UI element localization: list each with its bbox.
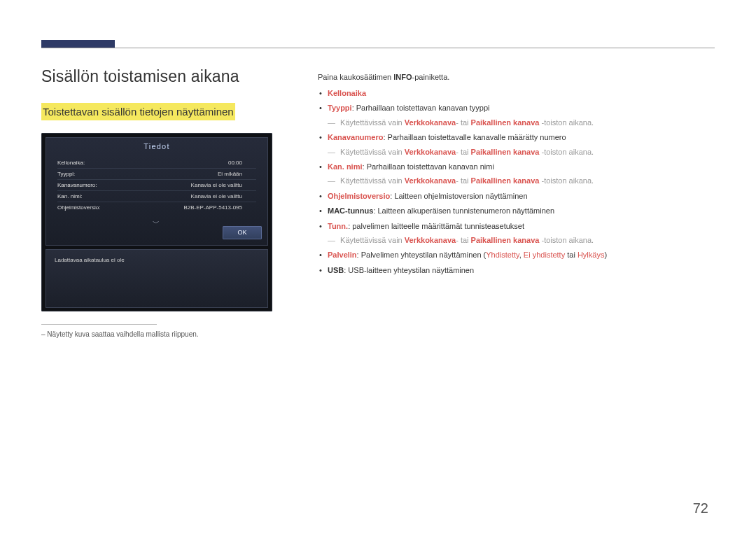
term-mac: MAC-tunnus — [328, 206, 373, 215]
term-ohjelmistoversio: Ohjelmistoversio — [328, 192, 390, 200]
sub-note: Käytettävissä vain Verkkokanava- tai Pai… — [328, 235, 715, 246]
info-value: B2B-EP-APP-5413-095 — [183, 204, 256, 211]
term-kanavanumero: Kanavanumero — [328, 133, 383, 141]
page-content: Sisällön toistamisen aikana Toistettavan… — [41, 67, 715, 338]
info-value: Ei mikään — [218, 171, 256, 177]
info-row: Kellonaika: 00:00 — [57, 157, 256, 169]
bullet-item: MAC-tunnus: Laitteen alkuperäisen tunnis… — [328, 206, 715, 216]
bullet-item: Palvelin: Palvelimen yhteystilan näyttäm… — [328, 250, 715, 260]
bullet-list: Kellonaika Tyyppi: Parhaillaan toistetta… — [318, 88, 715, 276]
info-key: Kan. nimi: — [57, 193, 83, 199]
ok-button[interactable]: OK — [223, 226, 262, 239]
term-kan-nimi: Kan. nimi — [328, 162, 363, 171]
info-value: Kanavia ei ole valittu — [191, 182, 256, 188]
sub-note: Käytettävissä vain Verkkokanava- tai Pai… — [328, 118, 715, 128]
page-title: Sisällön toistamisen aikana — [41, 67, 272, 86]
schedule-empty-text: Ladattavaa aikataulua ei ole — [55, 257, 125, 263]
term-tunn: Tunn. — [328, 222, 348, 230]
intro-text: Paina kaukosäätimen INFO-painiketta. — [318, 73, 715, 81]
info-key-bold: INFO — [393, 73, 412, 81]
info-panel-title: Tiedot — [46, 138, 267, 155]
term-tyyppi: Tyyppi — [328, 104, 352, 112]
info-row: Kan. nimi: Kanavia ei ole valittu — [57, 191, 256, 202]
schedule-panel: Ladattavaa aikataulua ei ole — [46, 249, 268, 308]
bullet-item: USB: USB-laitteen yhteystilan näyttämine… — [328, 265, 715, 276]
sub-note: Käytettävissä vain Verkkokanava- tai Pai… — [328, 147, 715, 157]
info-row: Tyyppi: Ei mikään — [57, 169, 256, 180]
page-number: 72 — [693, 500, 708, 517]
term-usb: USB — [328, 266, 344, 274]
info-key: Kellonaika: — [57, 160, 85, 166]
bullet-item: Kanavanumero: Parhaillaan toistettavalle… — [328, 132, 715, 157]
info-key: Ohjelmistoversio: — [57, 204, 100, 211]
bullet-item: Tunn.: palvelimen laitteelle määrittämät… — [328, 221, 715, 246]
footnote-text: – Näytetty kuva saattaa vaihdella mallis… — [41, 330, 272, 338]
bullet-item: Ohjelmistoversio: Laitteen ohjelmistover… — [328, 191, 715, 202]
bullet-item: Kan. nimi: Parhaillaan toistettavan kana… — [328, 162, 715, 187]
info-panel: Tiedot Kellonaika: 00:00 Tyyppi: Ei mikä… — [46, 137, 268, 246]
info-key: Tyyppi: — [57, 171, 75, 177]
header-accent-bar — [41, 40, 115, 48]
info-row: Kanavanumero: Kanavia ei ole valittu — [57, 180, 256, 191]
term-kellonaika: Kellonaika — [328, 89, 366, 97]
footnote-rule — [41, 324, 157, 325]
right-column: Paina kaukosäätimen INFO-painiketta. Kel… — [318, 67, 715, 338]
header-rule — [41, 48, 715, 48]
bullet-item: Tyyppi: Parhaillaan toistettavan kanavan… — [328, 103, 715, 128]
bullet-item: Kellonaika — [328, 88, 715, 99]
info-rows: Kellonaika: 00:00 Tyyppi: Ei mikään Kana… — [46, 155, 267, 213]
info-key: Kanavanumero: — [57, 182, 97, 188]
info-value: 00:00 — [228, 160, 256, 166]
info-row: Ohjelmistoversio: B2B-EP-APP-5413-095 — [57, 202, 256, 213]
sub-note: Käytettävissä vain Verkkokanava- tai Pai… — [328, 176, 715, 186]
section-heading: Toistettavan sisällön tietojen näyttämin… — [41, 103, 235, 120]
term-palvelin: Palvelin — [328, 251, 357, 259]
device-screenshot: Tiedot Kellonaika: 00:00 Tyyppi: Ei mikä… — [41, 133, 272, 311]
left-column: Sisällön toistamisen aikana Toistettavan… — [41, 67, 272, 338]
info-value: Kanavia ei ole valittu — [191, 193, 256, 199]
